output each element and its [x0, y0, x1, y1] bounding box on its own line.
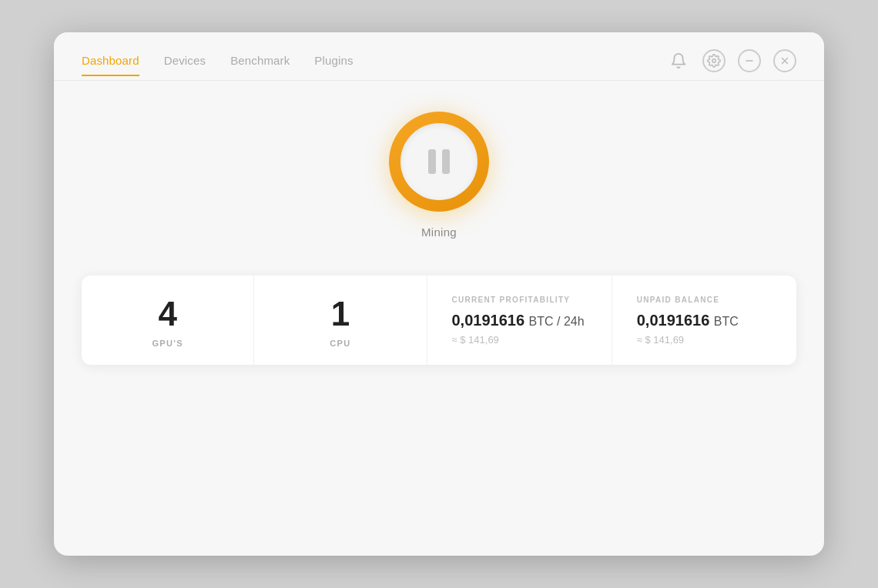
profitability-btc-unit: BTC / 24h [529, 315, 585, 328]
cpu-count-value: 1 [331, 297, 350, 331]
stat-card-gpus: 4 GPU'S [82, 276, 254, 365]
balance-btc-value: 0,0191616 BTC [637, 312, 739, 329]
nav-right [667, 49, 796, 80]
cpu-count-label: CPU [330, 339, 350, 348]
profitability-section-label: CURRENT PROFITABILITY [452, 296, 571, 304]
stat-card-balance: UNPAID BALANCE 0,0191616 BTC ≈ $ 141,69 [612, 276, 796, 365]
minimize-icon[interactable] [738, 49, 761, 72]
profitability-usd: ≈ $ 141,69 [452, 334, 499, 346]
gpu-count-label: GPU'S [152, 339, 183, 348]
mining-label: Mining [421, 226, 457, 239]
mining-button-inner [400, 123, 478, 200]
gpu-count-value: 4 [158, 297, 176, 331]
main-content: Mining 4 GPU'S 1 CPU CURRENT PROFITABILI… [54, 81, 824, 556]
nav-left: Dashboard Devices Benchmark Plugins [82, 54, 354, 76]
nav-item-plugins[interactable]: Plugins [314, 54, 353, 76]
balance-usd: ≈ $ 141,69 [637, 334, 684, 346]
balance-section-label: UNPAID BALANCE [637, 296, 719, 304]
stats-row: 4 GPU'S 1 CPU CURRENT PROFITABILITY 0,01… [82, 276, 796, 365]
bell-icon[interactable] [667, 49, 690, 72]
balance-btc-unit: BTC [714, 315, 739, 328]
settings-icon[interactable] [702, 49, 726, 72]
nav-item-dashboard[interactable]: Dashboard [82, 54, 139, 76]
app-window: Dashboard Devices Benchmark Plugins [54, 32, 824, 556]
nav-item-benchmark[interactable]: Benchmark [230, 54, 290, 76]
pause-bar-left [428, 149, 436, 174]
mining-button[interactable] [389, 112, 489, 212]
stat-card-profitability: CURRENT PROFITABILITY 0,0191616 BTC / 24… [427, 276, 612, 365]
svg-point-0 [712, 59, 716, 63]
profitability-btc-value: 0,0191616 BTC / 24h [452, 312, 585, 329]
stat-card-cpu: 1 CPU [254, 276, 427, 365]
pause-bar-right [442, 149, 450, 174]
nav-bar: Dashboard Devices Benchmark Plugins [54, 32, 824, 80]
pause-icon [428, 149, 450, 174]
nav-item-devices[interactable]: Devices [164, 54, 206, 76]
mining-button-wrap: Mining [389, 112, 489, 239]
close-icon[interactable] [773, 49, 796, 72]
